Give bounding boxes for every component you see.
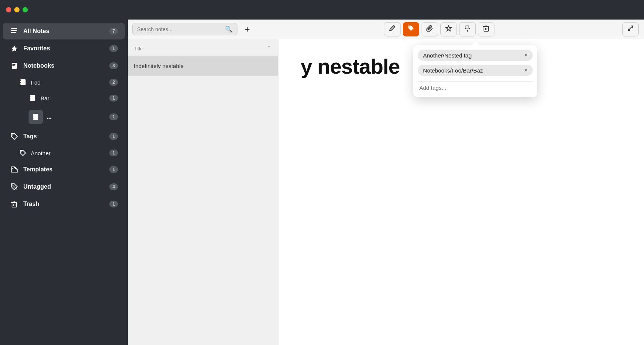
delete-button[interactable]: [478, 22, 494, 36]
sidebar-item-all-notes[interactable]: All Notes 7: [3, 23, 125, 39]
tag-chip-another-nested: Another/Nested tag ×: [418, 50, 533, 61]
ellipsis-icon: ...: [29, 110, 43, 124]
notebooks-badge: 3: [109, 62, 118, 69]
trash-icon: [10, 200, 19, 209]
svg-rect-35: [484, 27, 488, 31]
bar-badge: 1: [109, 95, 118, 101]
untagged-label: Untagged: [23, 183, 109, 190]
sidebar-item-favorites[interactable]: Favorites 1: [3, 40, 125, 57]
sidebar-item-trash[interactable]: Trash 1: [3, 196, 125, 212]
svg-rect-27: [12, 203, 17, 207]
attach-icon: [426, 25, 433, 33]
tag-popup: Another/Nested tag × Notebooks/Foo/Bar/B…: [413, 45, 537, 97]
add-tags-row: [418, 81, 533, 93]
svg-point-23: [12, 135, 14, 136]
traffic-lights: [6, 7, 28, 12]
sidebar: All Notes 7 Favorites 1: [0, 20, 128, 345]
expand-icon: [627, 25, 634, 33]
sidebar-item-another[interactable]: Another 1: [3, 145, 125, 160]
svg-rect-8: [12, 64, 15, 65]
svg-rect-5: [11, 64, 12, 65]
svg-text:...: ...: [34, 115, 37, 119]
note-item-title: Indefinitely nestable: [134, 63, 184, 69]
foo-icon: [19, 78, 27, 86]
another-icon: [19, 149, 27, 157]
svg-rect-9: [12, 65, 15, 66]
ellipsis-badge: 1: [109, 113, 118, 120]
svg-rect-13: [20, 84, 21, 85]
all-notes-icon: [10, 27, 19, 36]
star-button[interactable]: [440, 22, 457, 36]
notebooks-icon: [10, 61, 19, 70]
maximize-button[interactable]: [23, 7, 28, 12]
svg-rect-20: [32, 117, 33, 118]
svg-rect-6: [11, 65, 12, 67]
bar-label: Bar: [41, 95, 109, 101]
svg-rect-1: [11, 30, 17, 31]
column-title-label: Title: [134, 46, 143, 51]
sidebar-item-notebooks[interactable]: Notebooks 3: [3, 58, 125, 74]
search-bar[interactable]: 🔍: [132, 23, 237, 35]
templates-badge: 1: [109, 166, 118, 173]
sidebar-item-foo[interactable]: Foo 2: [3, 75, 125, 90]
svg-rect-12: [20, 82, 21, 83]
favorites-label: Favorites: [23, 45, 109, 52]
svg-rect-14: [30, 95, 35, 101]
foo-label: Foo: [31, 79, 109, 86]
edit-button[interactable]: [384, 22, 401, 36]
tag-remove-button-1[interactable]: ×: [524, 67, 528, 74]
svg-marker-3: [11, 45, 17, 51]
pin-icon: [464, 25, 471, 33]
tags-label: Tags: [23, 133, 109, 140]
another-badge: 1: [109, 150, 118, 156]
tag-button[interactable]: [403, 22, 419, 36]
search-input[interactable]: [137, 26, 225, 32]
tag-chip-notebooks-foo-bar-baz: Notebooks/Foo/Bar/Baz ×: [418, 65, 533, 76]
svg-rect-16: [29, 98, 30, 99]
tags-badge: 1: [109, 133, 118, 140]
svg-rect-11: [20, 80, 21, 81]
svg-rect-21: [32, 118, 33, 120]
note-list: Title ⌃ Indefinitely nestable: [128, 39, 278, 345]
favorites-icon: [10, 44, 19, 53]
sidebar-item-untagged[interactable]: Untagged 4: [3, 179, 125, 195]
close-button[interactable]: [6, 7, 11, 12]
search-icon: 🔍: [225, 26, 233, 33]
svg-rect-2: [11, 32, 16, 33]
tag-remove-button-0[interactable]: ×: [524, 52, 528, 59]
sidebar-item-tags[interactable]: Tags 1: [3, 128, 125, 145]
svg-line-41: [628, 28, 630, 30]
svg-line-26: [12, 184, 17, 189]
all-notes-badge: 7: [109, 28, 118, 35]
tag-chip-label-1: Notebooks/Foo/Bar/Baz: [423, 67, 521, 74]
sidebar-item-bar[interactable]: Bar 1: [3, 91, 125, 106]
sidebar-item-ellipsis[interactable]: ... ... 1: [3, 106, 125, 127]
sidebar-item-templates[interactable]: Templates 1: [3, 161, 125, 178]
toolbar: 🔍 +: [128, 20, 644, 39]
all-notes-label: All Notes: [23, 28, 109, 35]
bar-icon: [29, 94, 37, 102]
svg-line-40: [630, 26, 633, 28]
tag-icon: [408, 25, 414, 33]
add-button[interactable]: +: [239, 22, 255, 36]
svg-point-24: [21, 151, 23, 153]
svg-point-32: [409, 26, 410, 27]
notebooks-label: Notebooks: [23, 62, 109, 69]
untagged-icon: [10, 182, 19, 191]
svg-rect-19: [32, 115, 33, 116]
divider: [278, 39, 278, 345]
svg-rect-10: [20, 79, 26, 85]
titlebar: [0, 0, 644, 20]
svg-rect-7: [11, 67, 12, 68]
minimize-button[interactable]: [14, 7, 20, 12]
foo-badge: 2: [109, 79, 118, 86]
trash-label: Trash: [23, 201, 109, 207]
pin-button[interactable]: [459, 22, 476, 36]
sort-icon[interactable]: ⌃: [266, 44, 272, 53]
expand-button[interactable]: [622, 22, 639, 36]
note-list-header: Title ⌃: [128, 39, 278, 57]
note-item[interactable]: Indefinitely nestable: [128, 57, 278, 76]
attach-button[interactable]: [422, 22, 438, 36]
main-layout: All Notes 7 Favorites 1: [0, 20, 644, 345]
add-tags-input[interactable]: [419, 85, 531, 91]
